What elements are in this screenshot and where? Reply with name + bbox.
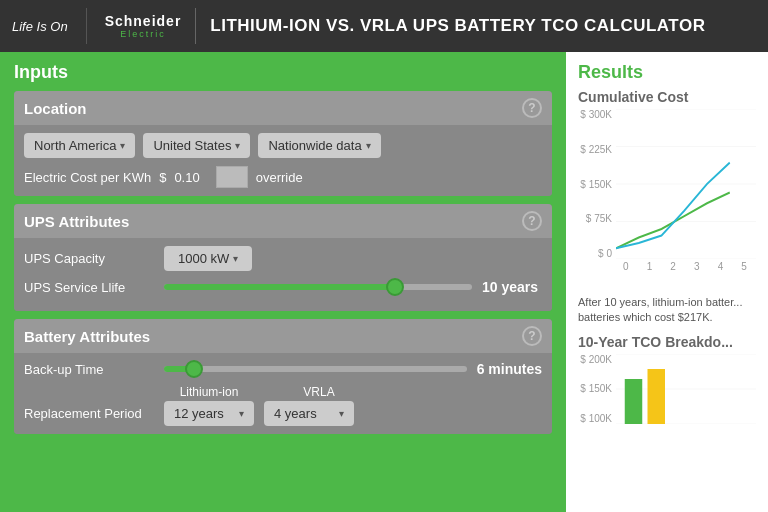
vrla-years-dropdown[interactable]: 4 years ▾ xyxy=(264,401,354,426)
svg-rect-8 xyxy=(625,379,643,424)
inputs-panel: Inputs Location ? North America ▾ United… xyxy=(0,52,566,512)
svg-rect-9 xyxy=(648,369,666,424)
li-arrow: ▾ xyxy=(239,408,244,419)
override-checkbox[interactable] xyxy=(216,166,248,188)
capacity-arrow: ▾ xyxy=(233,253,238,264)
backup-track xyxy=(164,366,467,372)
ups-header: UPS Attributes ? xyxy=(14,204,552,238)
page-title: LITHIUM-ION VS. VRLA UPS BATTERY TCO CAL… xyxy=(210,16,705,36)
backup-slider[interactable] xyxy=(164,366,467,372)
schneider-logo: Schneider Electric xyxy=(105,13,182,39)
battery-title: Battery Attributes xyxy=(24,328,150,345)
app-header: Life Is On Schneider Electric LITHIUM-IO… xyxy=(0,0,768,52)
electric-cost-label: Electric Cost per KWh xyxy=(24,170,151,185)
ups-title: UPS Attributes xyxy=(24,213,129,230)
li-years-dropdown[interactable]: 12 years ▾ xyxy=(164,401,254,426)
backup-row: Back-up Time 6 minutes xyxy=(24,361,542,377)
life-is-on-text: Life Is On xyxy=(12,17,68,35)
cost-value: 0.10 xyxy=(174,170,199,185)
ups-service-life-row: UPS Service Llife 10 years xyxy=(24,279,542,295)
replacement-dropdowns-row: Replacement Period 12 years ▾ 4 years ▾ xyxy=(24,401,542,426)
replacement-label: Replacement Period xyxy=(24,406,154,421)
service-life-value: 10 years xyxy=(482,279,542,295)
li-label: Lithium-ion xyxy=(164,385,254,399)
location-dropdowns: North America ▾ United States ▾ Nationwi… xyxy=(24,133,542,158)
backup-value: 6 minutes xyxy=(477,361,542,377)
backup-label: Back-up Time xyxy=(24,362,154,377)
location-body: North America ▾ United States ▾ Nationwi… xyxy=(14,125,552,196)
tco-title: 10-Year TCO Breakdo... xyxy=(578,334,756,350)
description-text: After 10 years, lithium-ion batter... ba… xyxy=(578,295,756,326)
cumulative-x-labels: 0 1 2 3 4 5 xyxy=(578,261,756,272)
location-section: Location ? North America ▾ United States… xyxy=(14,91,552,196)
location-title: Location xyxy=(24,100,87,117)
cost-symbol: $ xyxy=(159,170,166,185)
tco-svg xyxy=(616,354,756,424)
ups-body: UPS Capacity 1000 kW ▾ UPS Service Llife xyxy=(14,238,552,311)
cumulative-svg xyxy=(616,109,756,259)
ups-section: UPS Attributes ? UPS Capacity 1000 kW ▾ … xyxy=(14,204,552,311)
inputs-title: Inputs xyxy=(14,62,552,83)
backup-thumb[interactable] xyxy=(185,360,203,378)
data-arrow: ▾ xyxy=(366,140,371,151)
results-panel: Results Cumulative Cost $ 300K $ 225K $ … xyxy=(566,52,768,512)
main-content: Inputs Location ? North America ▾ United… xyxy=(0,52,768,512)
service-life-thumb[interactable] xyxy=(386,278,404,296)
ups-service-life-label: UPS Service Llife xyxy=(24,280,154,295)
cumulative-y-labels: $ 300K $ 225K $ 150K $ 75K $ 0 xyxy=(578,109,616,259)
vrla-arrow: ▾ xyxy=(339,408,344,419)
battery-header: Battery Attributes ? xyxy=(14,319,552,353)
ups-help-icon[interactable]: ? xyxy=(522,211,542,231)
ups-capacity-row: UPS Capacity 1000 kW ▾ xyxy=(24,246,542,271)
ups-capacity-dropdown[interactable]: 1000 kW ▾ xyxy=(164,246,252,271)
cumulative-title: Cumulative Cost xyxy=(578,89,756,105)
data-dropdown[interactable]: Nationwide data ▾ xyxy=(258,133,380,158)
country-arrow: ▾ xyxy=(235,140,240,151)
electric-cost-row: Electric Cost per KWh $ 0.10 override xyxy=(24,166,542,188)
results-title: Results xyxy=(578,62,756,83)
service-life-slider[interactable] xyxy=(164,284,472,290)
location-help-icon[interactable]: ? xyxy=(522,98,542,118)
service-life-fill xyxy=(164,284,395,290)
replacement-labels-row: Lithium-ion VRLA xyxy=(24,385,542,399)
battery-help-icon[interactable]: ? xyxy=(522,326,542,346)
vrla-label: VRLA xyxy=(274,385,364,399)
override-label: override xyxy=(256,170,303,185)
battery-body: Back-up Time 6 minutes Lithium-ion VRLA xyxy=(14,353,552,434)
cumulative-chart: $ 300K $ 225K $ 150K $ 75K $ 0 xyxy=(578,109,756,289)
tco-chart: $ 200K $ 150K $ 100K xyxy=(578,354,756,434)
tco-y-labels: $ 200K $ 150K $ 100K xyxy=(578,354,616,424)
location-header: Location ? xyxy=(14,91,552,125)
logo-area: Life Is On Schneider Electric xyxy=(12,8,196,44)
battery-section: Battery Attributes ? Back-up Time 6 minu… xyxy=(14,319,552,434)
service-life-track xyxy=(164,284,472,290)
ups-capacity-label: UPS Capacity xyxy=(24,251,154,266)
region-arrow: ▾ xyxy=(120,140,125,151)
country-dropdown[interactable]: United States ▾ xyxy=(143,133,250,158)
region-dropdown[interactable]: North America ▾ xyxy=(24,133,135,158)
